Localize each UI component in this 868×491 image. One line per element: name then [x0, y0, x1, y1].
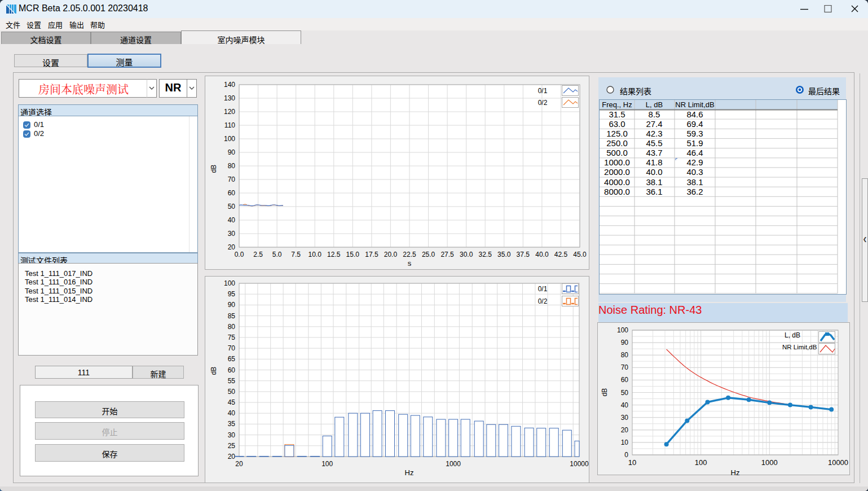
svg-text:NR Limit,dB: NR Limit,dB — [782, 344, 817, 350]
svg-text:35.0: 35.0 — [497, 251, 511, 258]
svg-text:140: 140 — [224, 81, 235, 89]
svg-text:10: 10 — [621, 439, 629, 446]
svg-text:38.1: 38.1 — [686, 177, 703, 187]
svg-text:2.5: 2.5 — [253, 251, 263, 258]
svg-text:8.5: 8.5 — [649, 109, 660, 119]
svg-text:1000: 1000 — [761, 458, 778, 467]
svg-text:40: 40 — [228, 216, 236, 224]
svg-text:500.0: 500.0 — [606, 148, 628, 157]
svg-text:10000: 10000 — [570, 460, 589, 468]
svg-text:8000.0: 8000.0 — [604, 187, 630, 196]
svg-text:20.0: 20.0 — [384, 251, 398, 258]
svg-text:90: 90 — [228, 148, 236, 156]
svg-text:27.4: 27.4 — [646, 119, 662, 129]
svg-text:70: 70 — [228, 176, 236, 183]
svg-text:55: 55 — [228, 377, 236, 385]
svg-text:110: 110 — [224, 121, 235, 129]
svg-text:30.0: 30.0 — [460, 251, 473, 258]
svg-text:51.9: 51.9 — [686, 138, 703, 148]
svg-text:69.4: 69.4 — [686, 119, 703, 129]
svg-text:41.8: 41.8 — [646, 157, 662, 167]
svg-text:45: 45 — [228, 398, 236, 406]
svg-text:80: 80 — [621, 351, 629, 359]
svg-text:dB: dB — [601, 388, 609, 397]
svg-text:Hz: Hz — [405, 468, 414, 477]
svg-text:1000.0: 1000.0 — [604, 157, 630, 167]
svg-text:32.5: 32.5 — [479, 251, 492, 258]
svg-text:60: 60 — [228, 366, 236, 374]
svg-text:85: 85 — [228, 312, 236, 320]
svg-text:dB: dB — [210, 367, 218, 375]
svg-text:20: 20 — [621, 426, 629, 434]
svg-text:s: s — [408, 259, 412, 268]
svg-text:25.0: 25.0 — [422, 251, 435, 258]
svg-text:10: 10 — [628, 458, 636, 467]
svg-text:65: 65 — [228, 355, 236, 363]
svg-text:100: 100 — [321, 460, 333, 468]
svg-text:36.2: 36.2 — [686, 187, 703, 196]
svg-text:12.5: 12.5 — [327, 251, 341, 258]
svg-text:45.5: 45.5 — [646, 138, 662, 148]
svg-text:22.5: 22.5 — [403, 251, 416, 258]
svg-text:60: 60 — [621, 376, 629, 384]
svg-text:50: 50 — [621, 389, 629, 397]
svg-text:dB: dB — [210, 165, 218, 173]
svg-text:5.0: 5.0 — [272, 251, 282, 258]
svg-text:15.0: 15.0 — [346, 251, 360, 258]
svg-text:36.1: 36.1 — [646, 187, 662, 196]
svg-text:30: 30 — [621, 414, 629, 422]
svg-text:70: 70 — [228, 344, 236, 352]
svg-text:40: 40 — [621, 401, 629, 409]
svg-text:100: 100 — [695, 458, 707, 467]
svg-text:90: 90 — [621, 339, 629, 347]
svg-text:30: 30 — [228, 230, 236, 238]
svg-text:37.5: 37.5 — [517, 251, 530, 258]
svg-text:125.0: 125.0 — [606, 129, 628, 138]
svg-text:L, dB: L, dB — [785, 331, 800, 339]
svg-text:100: 100 — [617, 326, 628, 334]
svg-text:130: 130 — [224, 94, 235, 102]
svg-text:84.6: 84.6 — [686, 109, 703, 119]
svg-text:120: 120 — [224, 108, 235, 116]
svg-text:63.0: 63.0 — [609, 119, 625, 129]
svg-text:10000: 10000 — [828, 458, 848, 467]
svg-text:42.3: 42.3 — [646, 129, 662, 138]
svg-text:35: 35 — [228, 420, 236, 428]
svg-text:Hz: Hz — [731, 468, 740, 475]
svg-text:40: 40 — [228, 409, 236, 417]
svg-text:NR Limit,dB: NR Limit,dB — [675, 100, 714, 109]
svg-text:38.1: 38.1 — [646, 177, 662, 187]
svg-text:40.0: 40.0 — [646, 167, 662, 177]
svg-text:1000: 1000 — [446, 460, 461, 468]
svg-text:0/2: 0/2 — [538, 297, 548, 305]
svg-text:L, dB: L, dB — [646, 100, 663, 109]
svg-text:42.9: 42.9 — [686, 157, 703, 167]
svg-text:100: 100 — [224, 135, 235, 143]
svg-text:10.0: 10.0 — [309, 251, 322, 258]
svg-text:20: 20 — [235, 460, 243, 468]
svg-text:95: 95 — [228, 290, 236, 298]
svg-text:2000.0: 2000.0 — [604, 167, 630, 177]
svg-text:100: 100 — [224, 279, 235, 287]
svg-text:0.0: 0.0 — [235, 251, 244, 258]
svg-text:250.0: 250.0 — [606, 138, 628, 148]
svg-text:75: 75 — [228, 334, 236, 341]
svg-text:50: 50 — [228, 203, 236, 211]
svg-text:90: 90 — [228, 301, 236, 309]
svg-text:70: 70 — [621, 363, 629, 371]
svg-text:30: 30 — [228, 431, 236, 439]
svg-text:80: 80 — [228, 323, 236, 331]
svg-text:20: 20 — [228, 453, 236, 461]
svg-text:20: 20 — [228, 243, 236, 251]
svg-text:25: 25 — [228, 442, 236, 450]
svg-text:50: 50 — [228, 388, 236, 396]
svg-text:Freq., Hz: Freq., Hz — [602, 100, 632, 109]
svg-text:45.0: 45.0 — [573, 251, 587, 258]
svg-text:4000.0: 4000.0 — [604, 177, 630, 187]
svg-text:0/1: 0/1 — [538, 87, 548, 95]
svg-text:59.3: 59.3 — [686, 129, 703, 138]
svg-text:43.7: 43.7 — [646, 148, 662, 157]
svg-text:80: 80 — [228, 162, 236, 170]
svg-text:31.5: 31.5 — [609, 109, 625, 119]
svg-text:40.0: 40.0 — [535, 251, 549, 258]
